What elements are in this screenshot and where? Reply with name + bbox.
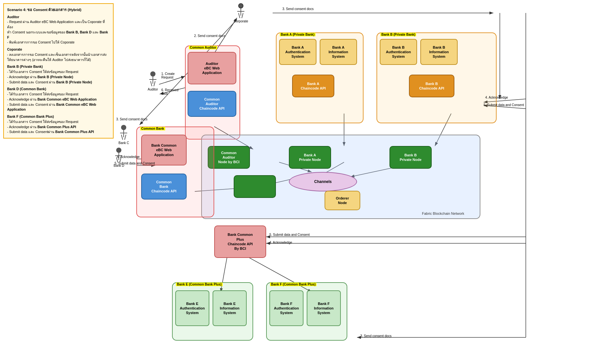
common-bank-group-label: Common Bank [140, 127, 165, 130]
legend-auditor-heading: Auditor [7, 15, 110, 20]
common-bank-chaincode-box: Common Bank Chaincode API [141, 174, 187, 200]
legend-box: Scenario 4: ขอ Consent ด้วยเอกสาร (Hybri… [3, 3, 114, 139]
bank-b-private-node-box: Bank B Private Node [389, 146, 432, 169]
bank-f-group-label: Bank F (Common Bank Plus) [270, 283, 316, 286]
common-auditor-group-label: Common Auditor [189, 46, 217, 49]
bank-c-person: Bank C [118, 125, 129, 145]
bank-f-info-box: Bank F Information System [307, 290, 341, 326]
arrow-label-send-consent-3f: 3. Send consent docs [360, 334, 391, 338]
fabric-network-label: Fabric Blockchain Network [422, 212, 464, 215]
bank-b-chaincode-box: Bank B Chaincode API [409, 75, 454, 97]
legend-coporate-text: - ลงเอกสารการขอ Consent และเซ็นเอกสารหลั… [7, 52, 110, 63]
common-bank-node-box [234, 175, 276, 198]
bank-f-auth-box: Bank F Authentication System [269, 290, 303, 326]
auditor-person: Auditor [148, 71, 158, 91]
arrow-label-received-data: 6. Received data [161, 88, 179, 95]
legend-bankf-text: - ได้รับเอกสาร Consent ให้ส่งข้อมูลของ R… [7, 119, 110, 135]
bank-b-group-label: Bank B (Private Bank) [380, 33, 416, 36]
corporate-person: Corporate [234, 3, 248, 23]
arrow-label-submit-d: 5. Submit data and Consent [115, 162, 155, 165]
bank-a-group-label: Bank A (Private Bank) [280, 33, 315, 36]
legend-bankb-text: - ได้รับเอกสาร Consent ให้ส่งข้อมูลของ R… [7, 69, 110, 85]
bank-e-group-label: Bank E (Common Bank Plus) [176, 283, 223, 286]
bank-e-auth-box: Bank E Authentication System [175, 290, 209, 326]
common-auditor-chaincode-box: Common Auditor Chaincode API [188, 91, 236, 117]
bank-common-plus-chaincode-box: Bank Common Plus Chaincode API By BCI [214, 225, 266, 258]
auditor-label: Auditor [148, 88, 158, 91]
bank-b-info-box: Bank B Information System [420, 39, 458, 65]
arrow-label-send-consent-3-bottom: 3. Send consent docs [116, 117, 147, 121]
arrow-label-create-request: 1. Create Request [161, 72, 175, 79]
bank-b-auth-box: Bank B Authentication System [380, 39, 417, 65]
arrow-label-ack-f: 4. Acknowledge [269, 241, 292, 244]
arrow-label-ack-b: 4. Acknowledge [485, 96, 508, 99]
bank-common-ebc-box: Bank Common eBC Web Application [141, 135, 187, 165]
legend-coporate-heading: Coporate [7, 47, 110, 52]
arrow-label-ack-d: 4. Acknowledge [117, 155, 140, 159]
legend-bankb-heading: Bank B (Private Bank) [7, 64, 110, 69]
bank-a-chaincode-box: Bank A Chaincode API [292, 75, 334, 97]
arrow-label-send-consent-3-top: 3. Send consent docs [282, 7, 314, 11]
bank-a-info-box: Bank A Information System [320, 39, 357, 65]
legend-bankd-heading: Bank D (Common Bank) [7, 87, 110, 92]
legend-bankd-text: - ได้รับเอกสาร Consent ให้ส่งข้อมูลของ R… [7, 92, 110, 112]
arrow-label-send-consent-2: 2. Send consent docs [194, 34, 225, 38]
legend-bankf-heading: Bank F (Common Bank Plus) [7, 114, 110, 119]
orderer-node-box: Orderer Node [325, 191, 360, 210]
bank-e-info-box: Bank E Information System [213, 290, 247, 326]
legend-auditor-text: - Request ผ่าน Auditor eBC Web Applicati… [7, 19, 110, 45]
bank-a-private-node-box: Bank A Private Node [289, 146, 331, 169]
bank-a-auth-box: Bank A Authentication System [279, 39, 316, 65]
bank-c-label: Bank C [118, 141, 129, 145]
corporate-label: Corporate [234, 19, 248, 23]
arrow-label-submit-b: 5. Submit data and Consent [484, 103, 524, 107]
diagram-container: Scenario 4: ขอ Consent ด้วยเอกสาร (Hybri… [0, 0, 605, 364]
legend-title: Scenario 4: ขอ Consent ด้วยเอกสาร (Hybri… [7, 7, 110, 13]
channels-ellipse: Channels [289, 172, 357, 191]
auditor-ebc-box: Auditor eBC Web Application [188, 52, 236, 84]
arrow-label-submit-f: 5. Submit data and Consent [269, 233, 310, 237]
